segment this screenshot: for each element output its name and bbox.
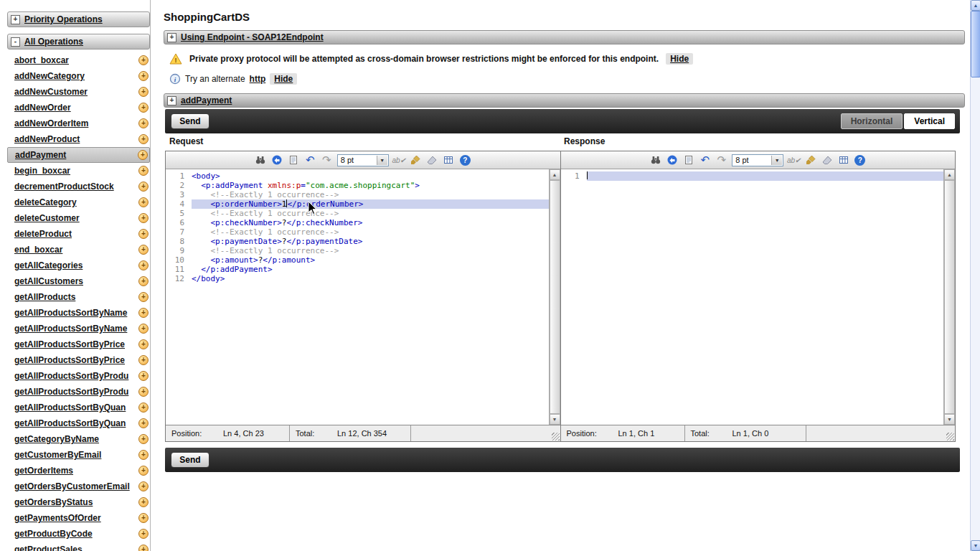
priority-operations-header[interactable]: + Priority Operations <box>7 11 150 27</box>
scroll-down-icon[interactable]: ▼ <box>944 414 955 425</box>
horizontal-layout-button[interactable]: Horizontal <box>841 113 903 129</box>
help-icon[interactable]: ? <box>854 154 866 166</box>
eraser-icon[interactable] <box>821 154 833 166</box>
expand-operation-icon[interactable]: + <box>138 387 149 397</box>
undo-icon[interactable]: ↶ <box>304 154 316 166</box>
alternate-http-link[interactable]: http <box>250 74 266 84</box>
redo-icon[interactable]: ↷ <box>321 154 333 166</box>
sidebar-item-deleteCustomer[interactable]: deleteCustomer+ <box>7 210 150 226</box>
sidebar-item-getAllProductsSortByProdu[interactable]: getAllProductsSortByProdu+ <box>7 384 150 400</box>
expand-icon[interactable]: + <box>167 96 176 105</box>
sidebar-item-getAllProductsSortByPrice[interactable]: getAllProductsSortByPrice+ <box>7 336 150 352</box>
sidebar-item-begin_boxcar[interactable]: begin_boxcar+ <box>7 163 150 179</box>
resize-grip[interactable] <box>946 433 954 441</box>
sidebar-item-addNewCustomer[interactable]: addNewCustomer+ <box>7 84 150 100</box>
collapse-icon[interactable]: - <box>11 37 20 47</box>
font-size-select[interactable]: 8 pt ▼ <box>337 154 389 166</box>
expand-icon[interactable]: + <box>167 33 176 42</box>
table-grid-icon[interactable] <box>443 154 455 166</box>
expand-operation-icon[interactable]: + <box>138 513 149 523</box>
search-icon[interactable] <box>255 154 267 166</box>
format-xml-icon[interactable] <box>271 154 283 166</box>
sidebar-item-decrementProductStock[interactable]: decrementProductStock+ <box>7 179 150 194</box>
expand-operation-icon[interactable]: + <box>138 87 149 97</box>
page-scrollbar[interactable]: ▲ ▼ <box>970 0 980 551</box>
sidebar-item-getAllProductsSortByQuan[interactable]: getAllProductsSortByQuan+ <box>7 400 150 415</box>
sidebar-item-getAllProductsSortByName[interactable]: getAllProductsSortByName+ <box>7 321 150 336</box>
scrollbar-thumb[interactable] <box>944 180 955 414</box>
response-editor-scrollbar[interactable]: ▲ ▼ <box>943 169 955 425</box>
operation-name-label[interactable]: addPayment <box>181 95 232 105</box>
sidebar-item-abort_boxcar[interactable]: abort_boxcar+ <box>7 52 150 68</box>
expand-operation-icon[interactable]: + <box>138 197 149 207</box>
spellcheck-icon[interactable]: ab✔ <box>788 154 800 166</box>
scrollbar-thumb[interactable] <box>550 180 560 414</box>
expand-operation-icon[interactable]: + <box>138 103 149 113</box>
undo-icon[interactable]: ↶ <box>699 154 711 166</box>
search-icon[interactable] <box>649 154 661 166</box>
expand-operation-icon[interactable]: + <box>138 213 149 223</box>
scroll-down-icon[interactable]: ▼ <box>971 540 980 551</box>
sidebar-item-getAllProductsSortByName[interactable]: getAllProductsSortByName+ <box>7 305 150 321</box>
expand-operation-icon[interactable]: + <box>138 402 149 413</box>
expand-operation-icon[interactable]: + <box>138 55 149 65</box>
resize-grip[interactable] <box>552 433 560 441</box>
expand-operation-icon[interactable]: + <box>138 355 149 365</box>
request-editor[interactable]: 1<body>2 <p:addPayment xmlns:p="com.acme… <box>166 169 549 425</box>
sidebar-item-getProductSales[interactable]: getProductSales+ <box>7 542 150 551</box>
response-editor[interactable]: 1 <box>561 169 944 425</box>
expand-operation-icon[interactable]: + <box>138 339 149 349</box>
expand-operation-icon[interactable]: + <box>138 434 149 444</box>
scroll-up-icon[interactable]: ▲ <box>944 169 955 180</box>
expand-operation-icon[interactable]: + <box>138 118 149 128</box>
expand-operation-icon[interactable]: + <box>138 292 149 302</box>
help-icon[interactable]: ? <box>459 154 471 166</box>
expand-operation-icon[interactable]: + <box>138 134 149 144</box>
sidebar-item-getCustomerByEmail[interactable]: getCustomerByEmail+ <box>7 447 150 463</box>
sidebar-item-deleteProduct[interactable]: deleteProduct+ <box>7 226 150 242</box>
expand-operation-icon[interactable]: + <box>138 260 149 270</box>
expand-operation-icon[interactable]: + <box>138 166 149 176</box>
expand-operation-icon[interactable]: + <box>138 308 149 318</box>
sidebar-item-addNewOrder[interactable]: addNewOrder+ <box>7 100 150 116</box>
priority-operations-label[interactable]: Priority Operations <box>24 14 103 24</box>
hide-warning-link[interactable]: Hide <box>666 53 693 65</box>
expand-operation-icon[interactable]: + <box>138 245 149 255</box>
expand-operation-icon[interactable]: + <box>138 150 148 160</box>
expand-operation-icon[interactable]: + <box>138 276 149 286</box>
sidebar-item-getPaymentsOfOrder[interactable]: getPaymentsOfOrder+ <box>7 510 150 526</box>
sidebar-item-end_boxcar[interactable]: end_boxcar+ <box>7 242 150 258</box>
sidebar-item-addNewCategory[interactable]: addNewCategory+ <box>7 68 150 84</box>
clean-brush-icon[interactable] <box>410 154 422 166</box>
sidebar-item-getAllProductsSortByPrice[interactable]: getAllProductsSortByPrice+ <box>7 352 150 368</box>
sidebar-item-getAllProductsSortByProdu[interactable]: getAllProductsSortByProdu+ <box>7 368 150 384</box>
expand-operation-icon[interactable]: + <box>138 545 149 551</box>
sidebar-item-getOrderItems[interactable]: getOrderItems+ <box>7 463 150 479</box>
expand-operation-icon[interactable]: + <box>138 450 149 460</box>
expand-operation-icon[interactable]: + <box>138 497 149 507</box>
font-size-select[interactable]: 8 pt ▼ <box>732 154 783 166</box>
redo-icon[interactable]: ↷ <box>715 154 727 166</box>
vertical-layout-button[interactable]: Vertical <box>904 113 955 129</box>
scroll-up-icon[interactable]: ▲ <box>550 169 560 180</box>
all-operations-header[interactable]: - All Operations <box>7 34 150 50</box>
spellcheck-icon[interactable]: ab✔ <box>393 154 405 166</box>
sidebar-item-getCategoryByName[interactable]: getCategoryByName+ <box>7 431 150 447</box>
clean-brush-icon[interactable] <box>804 154 816 166</box>
expand-operation-icon[interactable]: + <box>138 229 149 239</box>
sidebar-item-getAllProductsSortByQuan[interactable]: getAllProductsSortByQuan+ <box>7 415 150 431</box>
format-xml-icon[interactable] <box>666 154 678 166</box>
sidebar-item-addPayment[interactable]: addPayment+ <box>7 147 150 163</box>
scroll-down-icon[interactable]: ▼ <box>550 414 560 425</box>
operation-section-bar[interactable]: + addPayment <box>164 93 965 108</box>
expand-operation-icon[interactable]: + <box>138 466 149 476</box>
expand-operation-icon[interactable]: + <box>138 182 149 192</box>
expand-operation-icon[interactable]: + <box>138 529 149 539</box>
sidebar-item-getAllCategories[interactable]: getAllCategories+ <box>7 258 150 273</box>
expand-icon[interactable]: + <box>11 15 20 24</box>
endpoint-label[interactable]: Using Endpoint - SOAP12Endpoint <box>181 32 324 42</box>
scrollbar-thumb[interactable] <box>971 11 980 77</box>
sidebar-item-addNewOrderItem[interactable]: addNewOrderItem+ <box>7 116 150 131</box>
expand-operation-icon[interactable]: + <box>138 481 149 491</box>
expand-operation-icon[interactable]: + <box>138 324 149 334</box>
